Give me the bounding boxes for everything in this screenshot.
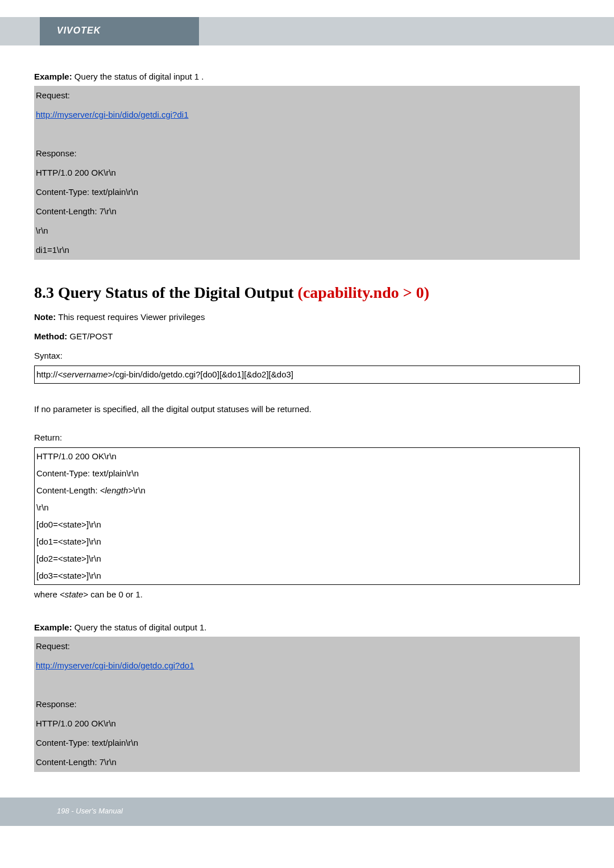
return-l8: [do3=<state>]\r\n (36, 567, 578, 584)
example2-response-label: Response: (36, 695, 578, 714)
where-a: where (34, 589, 60, 599)
note-text: This request requires Viewer privileges (56, 312, 205, 322)
page-header: VIVOTEK (0, 0, 614, 45)
example2-label: Example: (34, 622, 72, 632)
example2-heading: Example: Query the status of digital out… (34, 619, 580, 636)
section-paragraph: If no parameter is specified, all the di… (34, 401, 580, 418)
example1-request-box: Request: http://myserver/cgi-bin/dido/ge… (34, 86, 580, 144)
return-l6: [do1=<state>]\r\n (36, 533, 578, 550)
example2-request-url[interactable]: http://myserver/cgi-bin/dido/getdo.cgi?d… (36, 661, 194, 670)
syntax-server: <servername> (58, 369, 113, 379)
example2-text: Query the status of digital output 1. (72, 622, 207, 632)
note-line: Note: This request requires Viewer privi… (34, 309, 580, 326)
example1-response-box: Response: HTTP/1.0 200 OK\r\n Content-Ty… (34, 144, 580, 260)
section-highlight: (capability.ndo > 0) (298, 284, 429, 301)
example2-resp-0: HTTP/1.0 200 OK\r\n (36, 714, 578, 733)
example1-resp-0: HTTP/1.0 200 OK\r\n (36, 163, 578, 182)
return-l4: \r\n (36, 499, 578, 516)
return-l5: [do0=<state>]\r\n (36, 516, 578, 533)
method-text: GET/POST (67, 331, 113, 341)
example1-resp-2: Content-Length: 7\r\n (36, 202, 578, 221)
syntax-label: Syntax: (34, 347, 580, 364)
method-label: Method: (34, 331, 67, 341)
example1-label: Example: (34, 72, 72, 81)
example1-heading: Example: Query the status of digital inp… (34, 68, 580, 85)
example2-request-label: Request: (36, 637, 578, 656)
example1-text: Query the status of digital input 1 . (72, 72, 204, 81)
method-line: Method: GET/POST (34, 328, 580, 345)
example1-response-label: Response: (36, 144, 578, 163)
example1-request-url[interactable]: http://myserver/cgi-bin/dido/getdi.cgi?d… (36, 110, 188, 119)
example1-resp-3: \r\n (36, 221, 578, 240)
page-content: Example: Query the status of digital inp… (0, 45, 614, 786)
return-l3b: <length> (100, 485, 133, 495)
where-b: <state> (60, 589, 88, 599)
example1-request-label: Request: (36, 86, 578, 105)
footer-page-label: 198 - User's Manual (57, 807, 123, 815)
return-l7: [do2=<state>]\r\n (36, 550, 578, 567)
return-l2: Content-Type: text/plain\r\n (36, 465, 578, 482)
return-label: Return: (34, 429, 580, 446)
section-number: 8.3 Query Status of the Digital Output (34, 284, 298, 301)
example1-resp-1: Content-Type: text/plain\r\n (36, 182, 578, 202)
return-l3c: \r\n (133, 485, 146, 495)
return-l1: HTTP/1.0 200 OK\r\n (36, 448, 578, 465)
page-footer: 198 - User's Manual (0, 798, 614, 826)
example2-resp-1: Content-Type: text/plain\r\n (36, 733, 578, 753)
brand-tab: VIVOTEK (40, 17, 199, 45)
syntax-prefix: http:// (36, 369, 58, 379)
example2-resp-2: Content-Length: 7\r\n (36, 753, 578, 772)
syntax-suffix: /cgi-bin/dido/getdo.cgi?[do0][&do1][&do2… (113, 369, 293, 379)
brand-label: VIVOTEK (57, 26, 101, 35)
example1-resp-4: di1=1\r\n (36, 240, 578, 260)
example2-request-box: Request: http://myserver/cgi-bin/dido/ge… (34, 637, 580, 695)
return-l3: Content-Length: <length>\r\n (36, 482, 578, 499)
syntax-box: http://<servername>/cgi-bin/dido/getdo.c… (34, 366, 580, 384)
section-heading: 8.3 Query Status of the Digital Output (… (34, 283, 580, 303)
where-line: where <state> can be 0 or 1. (34, 586, 580, 603)
where-c: can be 0 or 1. (88, 589, 143, 599)
note-label: Note: (34, 312, 56, 322)
return-l3a: Content-Length: (36, 485, 100, 495)
example2-response-box: Response: HTTP/1.0 200 OK\r\n Content-Ty… (34, 695, 580, 772)
return-box: HTTP/1.0 200 OK\r\n Content-Type: text/p… (34, 447, 580, 585)
